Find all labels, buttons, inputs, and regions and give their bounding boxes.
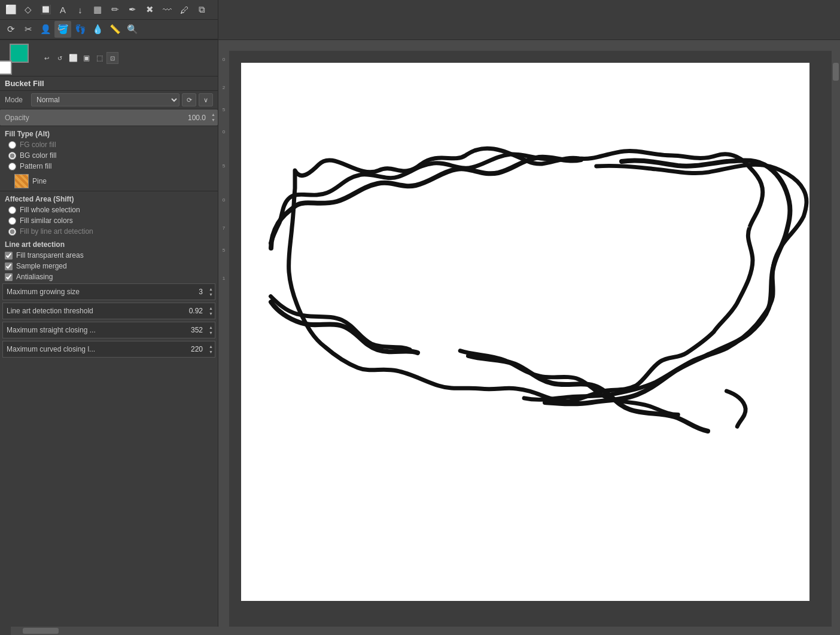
similar-radio[interactable] bbox=[8, 217, 16, 225]
drawing-canvas[interactable]: .line-art { fill:none; stroke:#111; stro… bbox=[241, 63, 809, 601]
threshold-label: Line art detection threshold bbox=[3, 307, 189, 315]
bg-color-swatch[interactable] bbox=[0, 60, 12, 75]
tool-paintbrush[interactable]: ✒ bbox=[124, 1, 141, 18]
bg-radio[interactable] bbox=[8, 152, 16, 160]
toolbar-row2: ⟳ ✂ 👤 🪣 👣 💧 📏 🔍 bbox=[0, 20, 218, 39]
vertical-scrollbar[interactable] bbox=[832, 51, 840, 635]
max-growing-spinner[interactable]: Maximum growing size 3 ▲ ▼ bbox=[2, 283, 215, 300]
foreground-icon[interactable]: ⬜ bbox=[67, 52, 79, 64]
threshold-spinner[interactable]: Line art detection threshold 0.92 ▲ ▼ bbox=[2, 303, 215, 319]
antialiasing-checkbox[interactable] bbox=[5, 273, 13, 281]
tool-pattern[interactable]: ▦ bbox=[89, 1, 106, 18]
mode-reset-button[interactable]: ⟳ bbox=[182, 93, 196, 106]
whole-radio-label: Fill whole selection bbox=[20, 206, 80, 214]
max-curved-spinner[interactable]: Maximum curved closing l... 220 ▲ ▼ bbox=[2, 341, 215, 358]
tool-heal[interactable]: ↓ bbox=[72, 1, 89, 18]
pattern-icon[interactable]: ⬚ bbox=[93, 52, 105, 64]
lineart-radio[interactable] bbox=[8, 228, 16, 236]
canvas-top-row bbox=[218, 40, 840, 51]
antialiasing-label: Antialiasing bbox=[16, 273, 53, 281]
mode-extra-button[interactable]: ∨ bbox=[199, 93, 213, 106]
radio-lineart[interactable]: Fill by line art detection bbox=[0, 226, 218, 237]
sample-merged-checkbox[interactable] bbox=[5, 262, 13, 270]
pattern-radio[interactable] bbox=[8, 163, 16, 170]
tool-clone[interactable]: ⧉ bbox=[193, 1, 210, 18]
max-growing-arrows[interactable]: ▲ ▼ bbox=[209, 287, 213, 297]
opacity-slider-row[interactable]: Opacity 100.0 ▲ ▼ bbox=[0, 109, 218, 126]
tool-fuzzy-select[interactable]: 🔲 bbox=[37, 1, 54, 18]
pattern-name: Pine bbox=[32, 177, 213, 185]
panel-resize-button[interactable]: ⊡ bbox=[106, 52, 118, 64]
fg-color-swatch[interactable] bbox=[10, 44, 29, 63]
radio-similar-colors[interactable]: Fill similar colors bbox=[0, 215, 218, 226]
threshold-arrows[interactable]: ▲ ▼ bbox=[209, 306, 213, 316]
max-curved-label: Maximum curved closing l... bbox=[3, 345, 191, 353]
fill-transparent-checkbox[interactable] bbox=[5, 252, 13, 260]
mode-select[interactable]: Normal Dissolve Behind Multiply Screen O… bbox=[31, 93, 179, 106]
background-icon[interactable]: ▣ bbox=[80, 52, 92, 64]
opacity-value: 100.0 bbox=[188, 114, 206, 122]
max-straight-label: Maximum straight closing ... bbox=[3, 326, 191, 334]
line-art-detection-label: Line art detection bbox=[0, 237, 218, 250]
tool-measure[interactable]: 📏 bbox=[106, 21, 123, 38]
tool-rect-select[interactable]: ⬜ bbox=[2, 1, 19, 18]
max-growing-label: Maximum growing size bbox=[3, 288, 199, 296]
tool-rotate[interactable]: ⟳ bbox=[2, 21, 19, 38]
similar-radio-label: Fill similar colors bbox=[20, 216, 73, 225]
opacity-arrows[interactable]: ▲ ▼ bbox=[211, 112, 215, 123]
tool-pencil[interactable]: ✏ bbox=[106, 1, 123, 18]
pattern-radio-label: Pattern fill bbox=[20, 162, 51, 170]
pattern-swatch[interactable] bbox=[14, 174, 29, 188]
mode-row: Mode Normal Dissolve Behind Multiply Scr… bbox=[0, 91, 218, 109]
swap-colors-icon[interactable]: ↺ bbox=[54, 52, 66, 64]
radio-fg-color[interactable]: FG color fill bbox=[0, 139, 218, 150]
affected-area-label: Affected Area (Shift) bbox=[0, 191, 218, 204]
lineart-radio-label: Fill by line art detection bbox=[20, 227, 93, 236]
ruler-left: 0 2 5 0 5 0 7 5 1 bbox=[218, 51, 229, 635]
tool-crop[interactable]: ✂ bbox=[20, 21, 36, 38]
antialiasing-checkbox-row[interactable]: Antialiasing bbox=[0, 271, 218, 282]
tool-bucket-fill[interactable]: 🪣 bbox=[54, 21, 71, 38]
radio-whole-selection[interactable]: Fill whole selection bbox=[0, 204, 218, 215]
sample-merged-checkbox-row[interactable]: Sample merged bbox=[0, 261, 218, 271]
radio-bg-color[interactable]: BG color fill bbox=[0, 150, 218, 161]
fill-transparent-label: Fill transparent areas bbox=[16, 251, 84, 260]
fg-radio-label: FG color fill bbox=[20, 141, 56, 149]
tool-footprint[interactable]: 👣 bbox=[72, 21, 89, 38]
tool-dropper[interactable]: 💧 bbox=[89, 21, 106, 38]
tool-airbrush[interactable]: 〰 bbox=[159, 1, 175, 18]
pattern-row[interactable]: Pine bbox=[0, 172, 218, 191]
tool-ink[interactable]: 🖊 bbox=[176, 1, 193, 18]
tool-zoom[interactable]: 🔍 bbox=[124, 21, 141, 38]
mode-label: Mode bbox=[5, 96, 29, 104]
tool-text[interactable]: A bbox=[54, 1, 71, 18]
toolbar-row1: ⬜ ◇ 🔲 A ↓ ▦ ✏ ✒ ✖ 〰 🖊 ⧉ bbox=[0, 0, 218, 20]
fill-type-label: Fill Type (Alt) bbox=[0, 126, 218, 139]
tool-clone2[interactable]: 👤 bbox=[37, 21, 54, 38]
fill-transparent-checkbox-row[interactable]: Fill transparent areas bbox=[0, 250, 218, 261]
tool-eraser[interactable]: ✖ bbox=[141, 1, 158, 18]
reset-colors-icon[interactable]: ↩ bbox=[41, 52, 53, 64]
opacity-label: Opacity bbox=[0, 114, 29, 122]
bg-radio-label: BG color fill bbox=[20, 151, 56, 160]
fg-radio[interactable] bbox=[8, 141, 16, 149]
horizontal-scrollbar[interactable] bbox=[218, 627, 840, 635]
sample-merged-label: Sample merged bbox=[16, 262, 67, 270]
panel-header: Bucket Fill bbox=[0, 77, 218, 91]
max-curved-arrows[interactable]: ▲ ▼ bbox=[209, 344, 213, 355]
radio-pattern[interactable]: Pattern fill bbox=[0, 161, 218, 172]
tool-free-select[interactable]: ◇ bbox=[20, 1, 36, 18]
max-straight-arrows[interactable]: ▲ ▼ bbox=[209, 325, 213, 335]
max-straight-spinner[interactable]: Maximum straight closing ... 352 ▲ ▼ bbox=[2, 322, 215, 338]
whole-radio[interactable] bbox=[8, 206, 16, 214]
color-area: ↩ ↺ ⬜ ▣ ⬚ ⊡ bbox=[0, 40, 218, 77]
canvas-area[interactable]: .line-art { fill:none; stroke:#111; stro… bbox=[229, 51, 840, 635]
